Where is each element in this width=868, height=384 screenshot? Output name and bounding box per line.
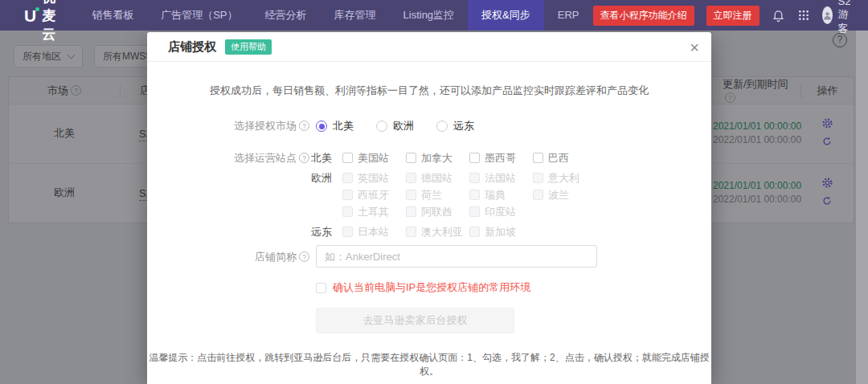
checkbox-site-uk: 英国站 (342, 171, 406, 185)
region-label: 北美 (311, 151, 332, 165)
top-navbar: U 优麦云 销售看板 广告管理（SP） 经营分析 库存管理 Listing监控 … (0, 0, 868, 31)
checkbox-site-australia: 澳大利亚 (406, 225, 469, 239)
user-menu[interactable]: S2游客 (822, 0, 858, 36)
confirm-environment-text: 确认当前电脑与IP是您授权店铺的常用环境 (333, 280, 530, 295)
modal-header: 店铺授权 使用帮助 (147, 32, 711, 62)
go-amazon-authorize-button[interactable]: 去亚马逊卖家后台授权 (316, 308, 514, 333)
checkbox-icon (342, 153, 353, 163)
nav-item-inventory[interactable]: 库存管理 (321, 0, 390, 31)
checkbox-icon (406, 190, 416, 200)
checkbox-icon (342, 190, 353, 200)
help-icon[interactable]: ? (299, 153, 309, 163)
radio-selected-icon (316, 121, 327, 132)
help-icon[interactable]: ? (299, 121, 309, 131)
checkbox-site-us[interactable]: 美国站 (342, 151, 406, 165)
checkbox-site-poland: 波兰 (533, 188, 596, 202)
checkbox-icon (469, 190, 480, 200)
confirm-environment-checkbox[interactable]: 确认当前电脑与IP是您授权店铺的常用环境 (316, 280, 530, 295)
site-group-europe: 欧洲 英国站 德国站 法国站 意大利 西班牙 荷兰 瑞典 波兰 (311, 171, 596, 219)
checkbox-site-india: 印度站 (469, 205, 533, 219)
radio-market-north-america[interactable]: 北美 (316, 119, 354, 133)
checkbox-icon (406, 206, 416, 217)
logo-u-icon: U (24, 7, 36, 24)
checkbox-icon (469, 206, 480, 217)
region-label: 欧洲 (311, 171, 332, 219)
main-menu: 销售看板 广告管理（SP） 经营分析 库存管理 Listing监控 授权&同步 … (78, 0, 592, 31)
checkbox-icon (406, 227, 416, 237)
radio-market-europe[interactable]: 欧洲 (376, 119, 414, 133)
checkbox-icon (533, 190, 543, 200)
sites-select-label: 选择运营站点? (147, 151, 309, 165)
checkbox-site-netherlands: 荷兰 (406, 188, 469, 202)
checkbox-site-sweden: 瑞典 (469, 188, 533, 202)
modal-description: 授权成功后，每日销售额、利润等指标一目了然，还可以添加产品监控实时跟踪差评和产品… (147, 84, 711, 98)
checkbox-icon (406, 173, 416, 183)
market-select-row: 选择授权市场? 北美 欧洲 远东 (147, 119, 711, 133)
notification-bell-icon[interactable] (772, 9, 785, 22)
checkbox-site-mexico[interactable]: 墨西哥 (469, 151, 533, 165)
usage-help-badge[interactable]: 使用帮助 (225, 39, 272, 55)
region-label: 远东 (311, 225, 332, 239)
confirm-env-row: 确认当前电脑与IP是您授权店铺的常用环境 (147, 280, 711, 295)
checkbox-site-brazil[interactable]: 巴西 (533, 151, 596, 165)
app-logo[interactable]: U 优麦云 (24, 0, 57, 43)
nav-item-authorization-sync[interactable]: 授权&同步 (468, 0, 544, 31)
modal-title: 店铺授权 (168, 39, 216, 55)
navbar-right: 查看小程序功能介绍 立即注册 S2游客 (593, 0, 858, 36)
user-avatar-icon (822, 6, 833, 24)
sites-select-row: 选择运营站点? 北美 美国站 加拿大 墨西哥 巴西 欧洲 英国站 (147, 151, 711, 239)
shop-name-row: 店铺简称? (147, 245, 711, 268)
checkbox-site-uae: 阿联酋 (406, 205, 469, 219)
checkbox-site-canada[interactable]: 加拿大 (406, 151, 469, 165)
site-group-north-america: 北美 美国站 加拿大 墨西哥 巴西 (311, 151, 596, 165)
apps-grid-icon[interactable] (797, 9, 810, 22)
register-now-button[interactable]: 立即注册 (706, 6, 760, 26)
checkbox-site-singapore: 新加坡 (469, 225, 533, 239)
checkbox-icon (533, 173, 543, 183)
radio-market-far-east[interactable]: 远东 (436, 119, 474, 133)
nav-item-ad-management[interactable]: 广告管理（SP） (147, 0, 251, 31)
shop-authorization-modal: 店铺授权 使用帮助 × 授权成功后，每日销售额、利润等指标一目了然，还可以添加产… (147, 32, 711, 384)
page-scrollbar[interactable] (856, 31, 868, 384)
checkbox-icon (406, 153, 416, 163)
radio-icon (436, 121, 448, 132)
nav-item-business-analysis[interactable]: 经营分析 (252, 0, 321, 31)
submit-row: 去亚马逊卖家后台授权 (147, 308, 711, 333)
close-icon[interactable]: × (690, 39, 699, 55)
checkbox-icon (316, 283, 326, 293)
nav-item-erp[interactable]: ERP (544, 0, 593, 31)
checkbox-icon (469, 227, 480, 237)
shop-name-label: 店铺简称? (147, 250, 309, 263)
miniprogram-intro-button[interactable]: 查看小程序功能介绍 (593, 6, 694, 26)
modal-tip-text: 温馨提示：点击前往授权，跳转到亚马逊后台后，只需要在授权确认页面：1、勾选，我了… (147, 351, 711, 378)
checkbox-site-france: 法国站 (469, 171, 533, 185)
checkbox-site-turkey: 土耳其 (342, 205, 406, 219)
radio-icon (376, 121, 387, 132)
checkbox-site-japan: 日本站 (342, 225, 406, 239)
checkbox-icon (533, 153, 543, 163)
checkbox-icon (469, 153, 480, 163)
checkbox-icon (342, 173, 353, 183)
shop-name-input[interactable] (316, 245, 597, 268)
help-icon[interactable]: ? (299, 251, 309, 262)
app-name: 优麦云 (42, 0, 57, 43)
nav-item-sales-board[interactable]: 销售看板 (78, 0, 147, 31)
checkbox-icon (342, 227, 353, 237)
checkbox-icon (342, 206, 353, 217)
checkbox-site-spain: 西班牙 (342, 188, 406, 202)
checkbox-icon (469, 173, 480, 183)
market-select-label: 选择授权市场? (147, 119, 309, 133)
nav-item-listing-monitor[interactable]: Listing监控 (390, 0, 469, 31)
checkbox-site-italy: 意大利 (533, 171, 596, 185)
site-group-far-east: 远东 日本站 澳大利亚 新加坡 (311, 225, 596, 239)
user-name: S2游客 (838, 0, 858, 36)
checkbox-site-germany: 德国站 (406, 171, 469, 185)
